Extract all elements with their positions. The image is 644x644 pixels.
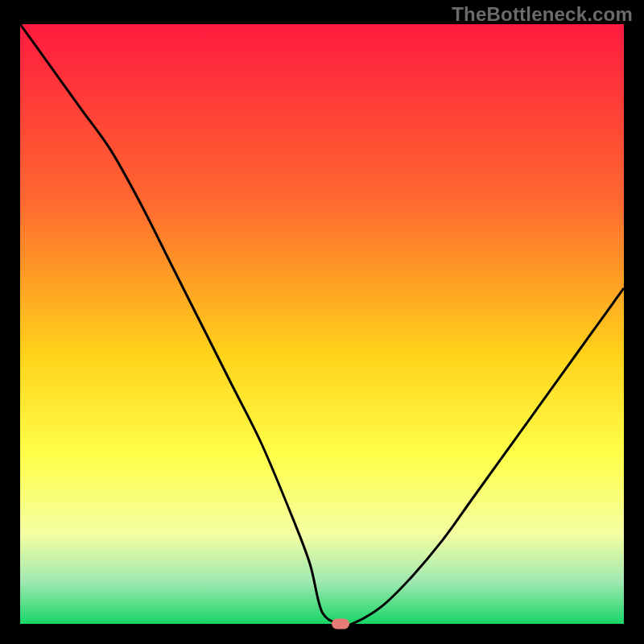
chart-svg (20, 24, 624, 624)
chart-frame: TheBottleneck.com (0, 0, 644, 644)
optimum-marker (332, 619, 349, 630)
watermark-text: TheBottleneck.com (452, 3, 633, 26)
plot-area (20, 24, 624, 624)
gradient-background (20, 24, 624, 624)
